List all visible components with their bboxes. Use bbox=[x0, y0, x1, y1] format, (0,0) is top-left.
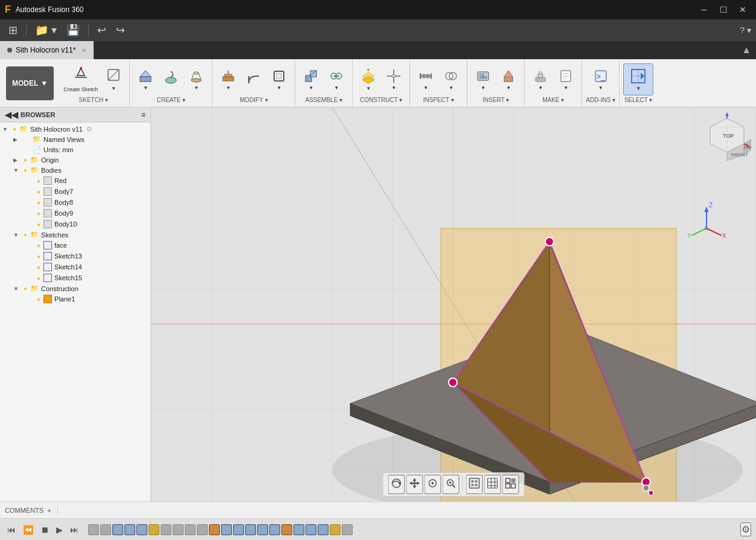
tree-item-bodies[interactable]: ▼ ● 📁 Bodies bbox=[0, 165, 150, 175]
tree-item-named-views[interactable]: ▶ 📁 Named Views bbox=[0, 134, 150, 144]
tl-go-start-button[interactable]: ⏮ bbox=[5, 524, 18, 536]
visibility-red-icon[interactable]: ● bbox=[37, 178, 40, 184]
tl-go-end-button[interactable]: ⏭ bbox=[68, 524, 81, 536]
interference-button[interactable]: ▼ bbox=[439, 67, 463, 92]
tl-step-5[interactable] bbox=[136, 524, 147, 535]
tree-item-origin[interactable]: ▶ ● 📁 Origin bbox=[0, 155, 150, 165]
tl-step-21[interactable] bbox=[330, 524, 341, 535]
model-dropdown-button[interactable]: MODEL ▼ bbox=[6, 66, 54, 100]
tl-step-12[interactable] bbox=[221, 524, 232, 535]
3dprint-button[interactable]: ▼ bbox=[528, 67, 553, 92]
shell-button[interactable]: ▼ bbox=[267, 67, 291, 92]
tl-step-16[interactable] bbox=[269, 524, 280, 535]
browser-collapse-icon[interactable]: ◀◀ bbox=[5, 110, 18, 120]
tree-item-plane1[interactable]: ● Plane1 bbox=[0, 294, 150, 304]
close-button[interactable]: ✕ bbox=[734, 1, 751, 18]
visibility-body8-icon[interactable]: ● bbox=[37, 199, 40, 206]
tl-step-17[interactable] bbox=[281, 524, 292, 535]
tree-item-root[interactable]: ▼ ● 📁 Sith Holocron v11 ⊙ bbox=[0, 124, 150, 134]
visibility-sketch15-icon[interactable]: ● bbox=[37, 275, 40, 281]
press-pull-button[interactable]: ▼ bbox=[216, 67, 240, 92]
tree-item-face[interactable]: ● face bbox=[0, 240, 150, 251]
look-button[interactable] bbox=[424, 475, 441, 494]
new-component-button[interactable]: ▼ bbox=[299, 67, 323, 92]
tree-item-sketch13[interactable]: ● Sketch13 bbox=[0, 251, 150, 262]
tl-step-6[interactable] bbox=[149, 524, 159, 535]
view-options-button[interactable] bbox=[502, 475, 519, 494]
maximize-button[interactable]: ☐ bbox=[715, 1, 732, 18]
decal-button[interactable]: ▼ bbox=[496, 67, 521, 92]
visibility-body10-icon[interactable]: ● bbox=[37, 221, 40, 228]
settings-icon[interactable]: ⊙ bbox=[86, 125, 92, 133]
tree-item-units[interactable]: 📄 Units: mm bbox=[0, 144, 150, 155]
active-tab[interactable]: Sith Holocron v11* ✕ bbox=[0, 41, 94, 59]
orbit-button[interactable] bbox=[388, 475, 405, 494]
tl-step-19[interactable] bbox=[306, 524, 316, 535]
help-button[interactable]: ? ▾ bbox=[740, 25, 751, 35]
visibility-sketch13-icon[interactable]: ● bbox=[37, 253, 40, 260]
tab-chevron-icon[interactable]: ▲ bbox=[742, 45, 751, 56]
measure-button[interactable]: ▼ bbox=[414, 67, 438, 92]
view-cube[interactable]: FRONT RIGHT TOP bbox=[703, 112, 751, 161]
visibility-sketch14-icon[interactable]: ● bbox=[37, 264, 40, 271]
tl-step-1[interactable] bbox=[88, 524, 99, 535]
tree-item-sketches[interactable]: ▼ ● 📁 Sketches bbox=[0, 230, 150, 240]
tl-step-7[interactable] bbox=[161, 524, 171, 535]
visibility-plane1-icon[interactable]: ● bbox=[37, 296, 40, 303]
tree-item-sketch15[interactable]: ● Sketch15 bbox=[0, 272, 150, 283]
tl-step-18[interactable] bbox=[293, 524, 304, 535]
loft-button[interactable]: ▼ bbox=[184, 67, 208, 92]
visibility-construction-icon[interactable]: ● bbox=[24, 285, 27, 292]
display-mode-button[interactable] bbox=[466, 475, 483, 494]
drawing-button[interactable]: ▼ bbox=[554, 67, 578, 92]
tl-play-button[interactable]: ▶ bbox=[54, 524, 65, 536]
visibility-root-icon[interactable]: ● bbox=[13, 126, 16, 132]
grid-button[interactable]: ⊞ bbox=[5, 21, 21, 39]
grid-toggle-button[interactable] bbox=[484, 475, 501, 494]
visibility-body9-icon[interactable]: ● bbox=[37, 210, 40, 217]
undo-button[interactable]: ↩ bbox=[94, 21, 110, 39]
visibility-face-icon[interactable]: ● bbox=[37, 242, 40, 249]
save-button[interactable]: 💾 bbox=[63, 21, 83, 39]
browser-options-icon[interactable]: ≡ bbox=[141, 111, 146, 119]
visibility-sketches-icon[interactable]: ● bbox=[24, 231, 27, 238]
sketch-2d-button[interactable]: ▼ bbox=[101, 66, 126, 92]
tl-step-8[interactable] bbox=[173, 524, 184, 535]
expand-root-icon[interactable]: ▼ bbox=[2, 126, 11, 132]
select-button[interactable]: ▼ bbox=[623, 63, 653, 95]
tree-item-body10[interactable]: ● Body10 bbox=[0, 219, 150, 230]
tab-close-button[interactable]: ✕ bbox=[82, 47, 86, 54]
browser-content[interactable]: ▼ ● 📁 Sith Holocron v11 ⊙ ▶ 📁 Named View… bbox=[0, 123, 150, 501]
axis-button[interactable]: ▼ bbox=[382, 67, 406, 92]
pan-button[interactable] bbox=[406, 475, 423, 494]
revolve-button[interactable] bbox=[159, 70, 183, 88]
tl-step-15[interactable] bbox=[257, 524, 268, 535]
tl-step-11[interactable] bbox=[209, 524, 220, 535]
tl-step-9[interactable] bbox=[185, 524, 196, 535]
timeline-settings-button[interactable]: ⚙ bbox=[740, 522, 751, 536]
visibility-origin-icon[interactable]: ● bbox=[24, 156, 27, 163]
tree-item-construction[interactable]: ▼ ● 📁 Construction bbox=[0, 283, 150, 294]
viewport[interactable]: Z Y X FRONT RIGHT bbox=[151, 108, 756, 501]
tree-item-body9[interactable]: ● Body9 bbox=[0, 208, 150, 219]
tl-step-back-button[interactable]: ⏪ bbox=[21, 524, 36, 536]
tl-step-20[interactable] bbox=[318, 524, 328, 535]
visibility-bodies-icon[interactable]: ● bbox=[24, 167, 27, 173]
expand-origin-icon[interactable]: ▶ bbox=[13, 157, 22, 163]
minimize-button[interactable]: ─ bbox=[696, 1, 713, 18]
tl-step-10[interactable] bbox=[197, 524, 208, 535]
tree-item-sketch14[interactable]: ● Sketch14 bbox=[0, 262, 150, 272]
tl-step-3[interactable] bbox=[112, 524, 123, 535]
scripts-button[interactable]: >_ ▼ bbox=[589, 67, 613, 92]
expand-namedviews-icon[interactable]: ▶ bbox=[13, 137, 22, 143]
visibility-body7-icon[interactable]: ● bbox=[37, 188, 40, 195]
tree-item-body7[interactable]: ● Body7 bbox=[0, 186, 150, 197]
add-comment-button[interactable]: + bbox=[47, 507, 51, 514]
tree-item-red[interactable]: ● Red bbox=[0, 175, 150, 186]
tl-step-13[interactable] bbox=[233, 524, 244, 535]
tree-item-body8[interactable]: ● Body8 bbox=[0, 197, 150, 208]
tl-step-2[interactable] bbox=[100, 524, 111, 535]
tl-step-22[interactable] bbox=[342, 524, 353, 535]
expand-sketches-icon[interactable]: ▼ bbox=[13, 232, 22, 238]
extrude-button[interactable]: ▼ bbox=[133, 67, 158, 92]
